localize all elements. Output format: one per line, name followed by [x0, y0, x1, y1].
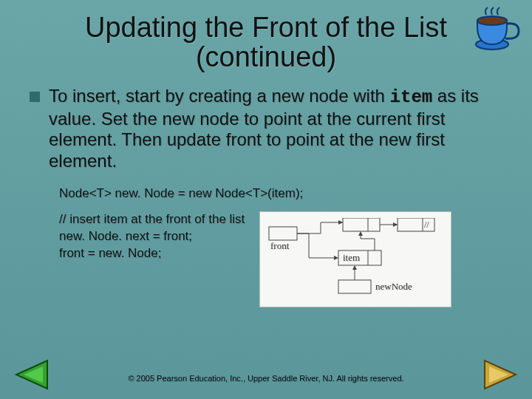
linked-list-diagram: front // [259, 211, 451, 307]
coffee-cup-icon [470, 4, 522, 56]
bullet-text-pre: To insert, start by creating a new node … [49, 86, 390, 106]
svg-marker-25 [334, 256, 338, 260]
bullet-text: To insert, start by creating a new node … [49, 86, 502, 172]
svg-marker-10 [393, 222, 398, 227]
slide: Updating the Front of the List (continue… [0, 0, 532, 399]
diagram-item-label: item [343, 252, 360, 263]
svg-point-1 [477, 16, 507, 25]
bullet-row: To insert, start by creating a new node … [30, 86, 502, 172]
code-comment: // insert item at the front of the list [59, 211, 245, 228]
svg-rect-2 [269, 227, 297, 240]
code-line-1: Node<T> new. Node = new Node<T>(item); [59, 185, 502, 202]
slide-title: Updating the Front of the List (continue… [30, 13, 502, 72]
code-block: Node<T> new. Node = new Node<T>(item); /… [59, 185, 502, 307]
svg-rect-7 [343, 218, 380, 231]
code-line-3: front = new. Node; [59, 245, 245, 262]
bullet-icon [30, 92, 40, 102]
svg-marker-21 [352, 265, 357, 270]
svg-rect-19 [338, 280, 371, 293]
svg-marker-6 [338, 220, 343, 225]
copyright-footer: © 2005 Pearson Education, Inc., Upper Sa… [0, 374, 532, 383]
diagram-null-slash: // [424, 219, 429, 230]
code-line-2: new. Node. next = front; [59, 228, 245, 245]
diagram-front-label: front [270, 240, 290, 251]
next-slide-button[interactable] [483, 359, 519, 390]
prev-slide-button[interactable] [13, 359, 49, 390]
bullet-text-mono: item [390, 87, 433, 107]
diagram-newnode-label: newNode [375, 281, 412, 292]
svg-marker-18 [358, 231, 363, 236]
code-lines: // insert item at the front of the list … [59, 211, 245, 262]
